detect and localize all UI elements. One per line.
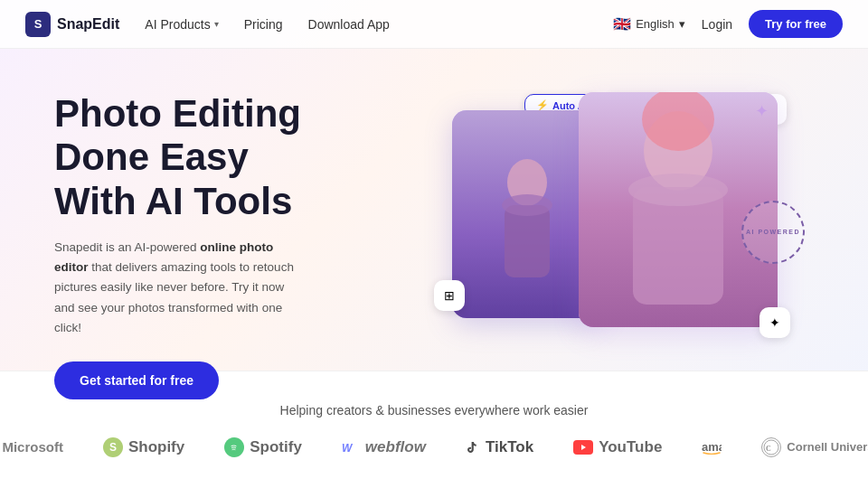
logo-text: SnapEdit xyxy=(57,16,119,33)
lang-chevron-icon: ▾ xyxy=(679,17,685,31)
logo[interactable]: S SnapEdit xyxy=(25,12,119,37)
nav-ai-products[interactable]: AI Products ▾ xyxy=(145,17,218,32)
logo-icon: S xyxy=(25,12,51,37)
nav-download[interactable]: Download App xyxy=(308,17,390,32)
logos-title: Helping creators & businesses everywhere… xyxy=(280,403,589,418)
logo-cornell: C Cornell University xyxy=(761,437,868,457)
logo-webflow: W webflow xyxy=(342,438,426,456)
nav-right: 🇬🇧 English ▾ Login Try for free xyxy=(613,10,843,38)
svg-point-2 xyxy=(502,194,552,216)
magic-wand-button[interactable]: ✦ xyxy=(760,307,790,338)
hero-section: Photo Editing Done Easy With AI Tools Sn… xyxy=(0,49,868,371)
expand-icon: ⊞ xyxy=(444,288,455,303)
magic-wand-icon: ✦ xyxy=(769,315,780,330)
nav-pricing[interactable]: Pricing xyxy=(244,17,283,32)
flag-icon: 🇬🇧 xyxy=(613,15,631,33)
expand-button[interactable]: ⊞ xyxy=(434,280,465,311)
logo-tiktok: TikTok xyxy=(466,438,533,456)
hero-description: Snapedit is an AI-powered online photo e… xyxy=(54,238,307,338)
logo-youtube: YouTube xyxy=(573,438,662,456)
svg-point-5 xyxy=(628,174,728,206)
shopify-icon: S xyxy=(103,437,123,457)
hero-content: Photo Editing Done Easy With AI Tools Sn… xyxy=(54,83,416,399)
ai-powered-badge: AI POWERED xyxy=(741,201,805,264)
logo-microsoft: Microsoft xyxy=(0,439,63,455)
logos-row: Microsoft S Shopify Spotify W webflow Ti… xyxy=(0,437,868,457)
person-image-right xyxy=(579,92,778,327)
webflow-icon: W xyxy=(342,441,360,454)
svg-text:amazon: amazon xyxy=(702,440,722,454)
amazon-icon: amazon xyxy=(702,440,722,455)
logo-amazon: amazon xyxy=(702,440,722,455)
chevron-down-icon: ▾ xyxy=(214,19,219,29)
spotify-icon xyxy=(224,437,244,457)
hero-title: Photo Editing Done Easy With AI Tools xyxy=(54,92,416,223)
youtube-icon xyxy=(573,440,593,455)
tiktok-icon xyxy=(466,440,480,455)
svg-marker-13 xyxy=(581,445,586,450)
svg-text:W: W xyxy=(342,442,354,454)
navbar: S SnapEdit AI Products ▾ Pricing Downloa… xyxy=(0,0,868,49)
try-free-button[interactable]: Try for free xyxy=(749,10,843,38)
hero-images: ⚡ Auto AI ✎ Manual ⊡ xyxy=(434,83,814,381)
logo-shopify: S Shopify xyxy=(103,437,184,457)
language-label: English xyxy=(636,17,675,31)
login-button[interactable]: Login xyxy=(702,17,732,32)
photo-card-right xyxy=(579,92,778,327)
cornell-icon: C xyxy=(761,437,781,457)
get-started-button[interactable]: Get started for free xyxy=(54,361,219,399)
nav-links: AI Products ▾ Pricing Download App xyxy=(145,17,389,32)
language-selector[interactable]: 🇬🇧 English ▾ xyxy=(613,15,685,33)
svg-text:C: C xyxy=(766,445,771,453)
sparkle-icon: ✦ xyxy=(755,101,769,121)
logo-spotify: Spotify xyxy=(224,437,302,457)
